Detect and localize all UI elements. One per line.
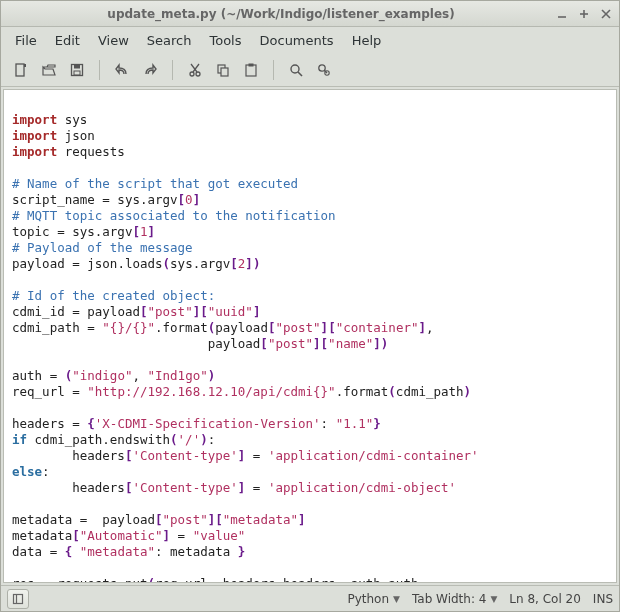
menu-search[interactable]: Search xyxy=(139,30,200,51)
menu-documents[interactable]: Documents xyxy=(252,30,342,51)
sidepanel-toggle-icon[interactable] xyxy=(7,589,29,609)
chevron-down-icon: ▼ xyxy=(393,594,400,604)
toolbar-separator xyxy=(273,60,274,80)
new-file-icon[interactable] xyxy=(9,58,33,82)
svg-point-20 xyxy=(319,64,325,70)
toolbar xyxy=(1,53,619,87)
menubar: FileEditViewSearchToolsDocumentsHelp xyxy=(1,27,619,53)
svg-point-11 xyxy=(196,72,200,76)
window-title: update_meta.py (~/Work/Indigo/listener_e… xyxy=(7,7,555,21)
language-label: Python xyxy=(347,592,389,606)
tabwidth-selector[interactable]: Tab Width: 4 ▼ xyxy=(412,592,497,606)
app-window: update_meta.py (~/Work/Indigo/listener_e… xyxy=(0,0,620,612)
svg-rect-15 xyxy=(221,68,228,76)
code-editor[interactable]: import sys import json import requests #… xyxy=(3,89,617,583)
svg-line-19 xyxy=(298,72,302,76)
copy-icon[interactable] xyxy=(211,58,235,82)
menu-edit[interactable]: Edit xyxy=(47,30,88,51)
svg-rect-17 xyxy=(249,63,254,66)
svg-rect-23 xyxy=(14,594,23,603)
open-icon[interactable] xyxy=(37,58,61,82)
tabwidth-label: Tab Width: 4 xyxy=(412,592,486,606)
maximize-icon[interactable] xyxy=(577,7,591,21)
language-selector[interactable]: Python ▼ xyxy=(347,592,400,606)
paste-icon[interactable] xyxy=(239,58,263,82)
minimize-icon[interactable] xyxy=(555,7,569,21)
window-controls xyxy=(555,7,613,21)
chevron-down-icon: ▼ xyxy=(490,594,497,604)
titlebar: update_meta.py (~/Work/Indigo/listener_e… xyxy=(1,1,619,27)
redo-icon[interactable] xyxy=(138,58,162,82)
cut-icon[interactable] xyxy=(183,58,207,82)
svg-point-10 xyxy=(190,72,194,76)
menu-file[interactable]: File xyxy=(7,30,45,51)
menu-help[interactable]: Help xyxy=(344,30,390,51)
svg-rect-6 xyxy=(24,64,26,67)
statusbar: Python ▼ Tab Width: 4 ▼ Ln 8, Col 20 INS xyxy=(1,585,619,611)
svg-rect-9 xyxy=(74,71,80,75)
menu-tools[interactable]: Tools xyxy=(201,30,249,51)
find-replace-icon[interactable] xyxy=(312,58,336,82)
svg-point-18 xyxy=(291,65,299,73)
undo-icon[interactable] xyxy=(110,58,134,82)
insert-mode: INS xyxy=(593,592,613,606)
svg-rect-16 xyxy=(246,65,256,76)
find-icon[interactable] xyxy=(284,58,308,82)
svg-rect-8 xyxy=(74,64,80,68)
toolbar-separator xyxy=(172,60,173,80)
toolbar-separator xyxy=(99,60,100,80)
svg-rect-5 xyxy=(16,64,24,76)
menu-view[interactable]: View xyxy=(90,30,137,51)
cursor-position: Ln 8, Col 20 xyxy=(509,592,581,606)
save-icon[interactable] xyxy=(65,58,89,82)
close-icon[interactable] xyxy=(599,7,613,21)
